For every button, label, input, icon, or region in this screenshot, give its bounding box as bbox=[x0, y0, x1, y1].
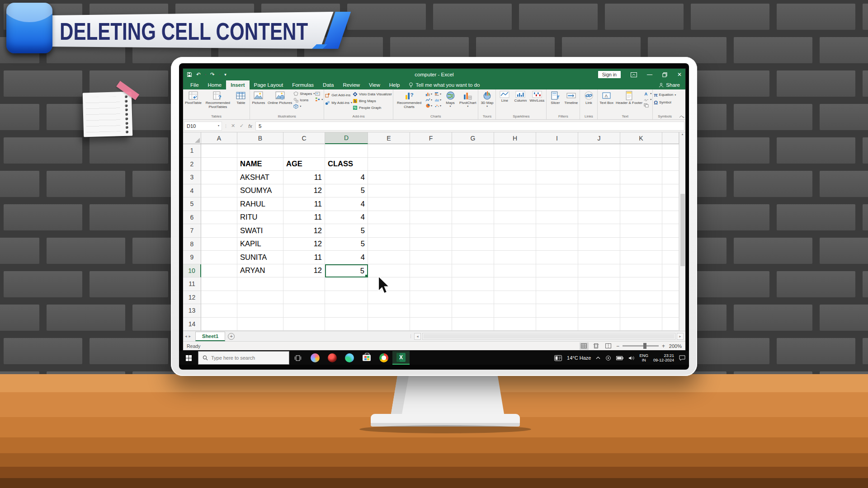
zoom-level[interactable]: 200% bbox=[668, 343, 682, 349]
cell-B12[interactable] bbox=[237, 291, 283, 305]
cell-filler-4[interactable] bbox=[662, 184, 679, 198]
tab-review[interactable]: Review bbox=[338, 80, 364, 89]
cell-G2[interactable] bbox=[452, 158, 494, 171]
hscroll-thumb[interactable] bbox=[423, 334, 675, 339]
people-graph-button[interactable]: People Graph bbox=[353, 105, 392, 110]
cell-A11[interactable] bbox=[201, 277, 237, 291]
cell-C4[interactable]: 12 bbox=[283, 184, 325, 198]
cell-E11[interactable] bbox=[368, 277, 410, 291]
cell-G6[interactable] bbox=[452, 211, 494, 225]
cell-D13[interactable] bbox=[325, 304, 368, 318]
cell-B11[interactable] bbox=[237, 277, 283, 291]
cell-B7[interactable]: SWATI bbox=[237, 224, 283, 238]
customize-qat-icon[interactable]: ▾ bbox=[224, 72, 226, 77]
insert-area-chart-button[interactable]: ▾ bbox=[434, 98, 441, 102]
cell-H14[interactable] bbox=[494, 318, 536, 331]
cell-J8[interactable] bbox=[578, 238, 620, 251]
enter-icon[interactable]: ✓ bbox=[238, 123, 245, 129]
cell-A8[interactable] bbox=[201, 238, 237, 251]
3d-models-button[interactable]: ▾ bbox=[293, 104, 315, 109]
table-button[interactable]: Table bbox=[233, 90, 249, 105]
cell-A2[interactable] bbox=[201, 158, 237, 171]
col-header-D[interactable]: D bbox=[325, 132, 368, 144]
cell-K11[interactable] bbox=[620, 277, 662, 291]
undo-icon[interactable]: ↶ bbox=[196, 72, 201, 77]
select-all-corner[interactable] bbox=[183, 132, 201, 144]
cell-A12[interactable] bbox=[201, 291, 237, 305]
volume-icon[interactable] bbox=[628, 356, 634, 361]
tab-page-layout[interactable]: Page Layout bbox=[250, 80, 288, 89]
cell-H13[interactable] bbox=[494, 304, 536, 318]
cell-A4[interactable] bbox=[201, 184, 237, 198]
cell-E13[interactable] bbox=[368, 304, 410, 318]
cell-B6[interactable]: RITU bbox=[237, 211, 283, 225]
cell-H7[interactable] bbox=[494, 224, 536, 238]
battery-icon[interactable] bbox=[616, 356, 623, 360]
cell-I11[interactable] bbox=[536, 277, 578, 291]
cell-B1[interactable] bbox=[237, 144, 283, 158]
tray-device-icon[interactable] bbox=[605, 355, 611, 361]
cell-D4[interactable]: 5 bbox=[325, 184, 368, 198]
cell-J12[interactable] bbox=[578, 291, 620, 305]
cell-D6[interactable]: 4 bbox=[325, 211, 368, 225]
cell-B8[interactable]: KAPIL bbox=[237, 238, 283, 251]
cell-filler-9[interactable] bbox=[662, 251, 679, 264]
cell-filler-13[interactable] bbox=[662, 304, 679, 318]
cell-D1[interactable] bbox=[325, 144, 368, 158]
row-header-8[interactable]: 8 bbox=[183, 238, 201, 251]
cell-K4[interactable] bbox=[620, 184, 662, 198]
wordart-button[interactable]: A▾ bbox=[644, 91, 651, 96]
news-widget-icon[interactable] bbox=[554, 355, 562, 361]
cell-K10[interactable] bbox=[620, 264, 662, 278]
col-header-G[interactable]: G bbox=[452, 132, 494, 144]
pictures-button[interactable]: Pictures bbox=[251, 90, 266, 105]
task-view-button[interactable] bbox=[289, 351, 307, 365]
row-header-13[interactable]: 13 bbox=[183, 304, 201, 318]
cell-G11[interactable] bbox=[452, 277, 494, 291]
hscroll-right-arrow[interactable]: ▸ bbox=[677, 333, 684, 340]
taskbar-app-red[interactable] bbox=[324, 351, 341, 365]
cell-H1[interactable] bbox=[494, 144, 536, 158]
symbol-button[interactable]: Ω Symbol bbox=[654, 100, 676, 105]
cell-K13[interactable] bbox=[620, 304, 662, 318]
cell-H4[interactable] bbox=[494, 184, 536, 198]
cell-F7[interactable] bbox=[410, 224, 452, 238]
hscroll-left-arrow[interactable]: ◂ bbox=[414, 333, 421, 340]
cell-F13[interactable] bbox=[410, 304, 452, 318]
insert-pie-chart-button[interactable]: ▾ bbox=[425, 103, 432, 108]
row-header-14[interactable]: 14 bbox=[183, 318, 201, 331]
pivotchart-button[interactable]: PivotChart▾ bbox=[458, 90, 477, 108]
cell-G10[interactable] bbox=[452, 264, 494, 278]
taskbar-store[interactable] bbox=[358, 351, 375, 365]
cell-B5[interactable]: RAHUL bbox=[237, 197, 283, 211]
cell-J1[interactable] bbox=[578, 144, 620, 158]
cell-A14[interactable] bbox=[201, 318, 237, 331]
share-button[interactable]: Share bbox=[659, 80, 683, 89]
cell-G3[interactable] bbox=[452, 171, 494, 184]
cell-H6[interactable] bbox=[494, 211, 536, 225]
cell-G13[interactable] bbox=[452, 304, 494, 318]
cell-filler-10[interactable] bbox=[662, 264, 679, 278]
cell-K2[interactable] bbox=[620, 158, 662, 171]
cell-C13[interactable] bbox=[283, 304, 325, 318]
cell-filler-12[interactable] bbox=[662, 291, 679, 305]
cell-filler-2[interactable] bbox=[662, 158, 679, 171]
cell-E8[interactable] bbox=[368, 238, 410, 251]
row-header-4[interactable]: 4 bbox=[183, 184, 201, 198]
cell-D12[interactable] bbox=[325, 291, 368, 305]
object-button[interactable] bbox=[644, 103, 651, 108]
cell-E6[interactable] bbox=[368, 211, 410, 225]
cell-G4[interactable] bbox=[452, 184, 494, 198]
tab-insert[interactable]: Insert bbox=[226, 80, 249, 89]
language-indicator[interactable]: ENG IN bbox=[639, 353, 648, 362]
cell-J14[interactable] bbox=[578, 318, 620, 331]
vertical-scrollbar[interactable]: ▴ bbox=[679, 132, 685, 331]
tab-data[interactable]: Data bbox=[318, 80, 338, 89]
taskbar-chrome[interactable] bbox=[375, 351, 392, 365]
smartart-button[interactable]: ▾ bbox=[315, 97, 323, 102]
zoom-out-button[interactable]: − bbox=[616, 343, 619, 349]
name-box-dropdown-icon[interactable]: ▾ bbox=[218, 125, 219, 127]
cell-E10[interactable] bbox=[368, 264, 410, 278]
cell-H10[interactable] bbox=[494, 264, 536, 278]
my-addins-button[interactable]: My Add-ins▾ bbox=[325, 100, 352, 105]
